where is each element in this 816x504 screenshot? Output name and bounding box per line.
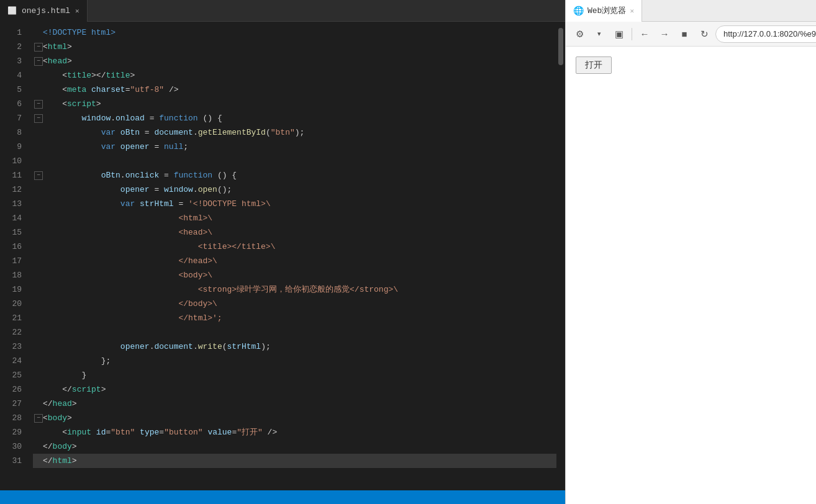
scrollbar-thumb[interactable] — [558, 28, 563, 65]
code-token: <title></title>\ — [198, 240, 276, 254]
line-number: 19 — [0, 282, 22, 297]
line-number: 24 — [0, 354, 22, 368]
code-token: </body>\ — [178, 297, 217, 311]
code-token — [43, 140, 101, 154]
code-token: </html>'; — [178, 311, 222, 325]
line-number: 4 — [0, 68, 22, 83]
browser-toolbar: ⚙ ▾ ▣ ← → ■ ↻ — [566, 22, 816, 47]
code-token: '<!DOCTYPE html>\ — [188, 197, 271, 211]
fold-marker[interactable]: − — [34, 171, 43, 180]
code-area[interactable]: <!DOCTYPE html>−<html>−<head> <title></t… — [28, 22, 556, 504]
code-token: < — [62, 83, 67, 97]
code-token: "button" — [164, 425, 202, 439]
line-number: 20 — [0, 297, 22, 311]
code-token: = — [174, 197, 188, 211]
code-token: ( — [222, 340, 227, 354]
code-token: = — [150, 140, 164, 154]
open-button[interactable]: 打开 — [576, 56, 612, 74]
fold-marker[interactable]: − — [34, 57, 43, 66]
globe-icon: 🌐 — [573, 6, 584, 16]
code-line: <strong>绿叶学习网，给你初恋般的感觉</strong>\ — [33, 282, 556, 297]
code-line: <!DOCTYPE html> — [33, 25, 556, 40]
code-line: −<body> — [33, 411, 556, 425]
code-token: write — [198, 340, 222, 354]
forward-button[interactable]: → — [656, 25, 673, 43]
code-line: </body>\ — [33, 297, 556, 311]
fold-marker[interactable]: − — [34, 100, 43, 109]
code-token: = — [145, 111, 159, 125]
line-number: 8 — [0, 125, 22, 140]
code-token: . — [193, 340, 198, 354]
fold-marker[interactable]: − — [34, 414, 43, 423]
code-token: = — [125, 83, 130, 97]
code-line: − <script> — [33, 97, 556, 111]
code-token: oBtn — [101, 168, 120, 182]
code-token: /> — [263, 425, 277, 439]
code-line: −<html> — [33, 40, 556, 54]
code-token — [135, 197, 140, 211]
code-token: /> — [164, 83, 178, 97]
refresh-button[interactable]: ↻ — [696, 25, 713, 43]
code-line: <meta charset="utf-8" /> — [33, 83, 556, 97]
code-token — [116, 125, 120, 140]
dropdown-icon[interactable]: ▾ — [591, 25, 608, 43]
editor-scrollbar[interactable] — [556, 22, 565, 504]
code-token — [43, 97, 62, 111]
code-token: open — [198, 182, 217, 197]
code-token: . — [120, 168, 125, 182]
code-token: <!DOCTYPE html> — [43, 25, 116, 40]
line-number: 1 — [0, 25, 22, 40]
code-token: <body>\ — [178, 268, 212, 282]
code-line: − oBtn.onclick = function () { — [33, 168, 556, 182]
code-token — [43, 182, 120, 197]
code-token: </ — [43, 397, 53, 411]
code-line: − window.onload = function () { — [33, 111, 556, 125]
line-number: 7 — [0, 111, 22, 125]
browser-tab-label: Web浏览器 — [587, 5, 626, 16]
screenshot-icon[interactable]: ▣ — [610, 25, 628, 43]
code-token: "打开" — [237, 425, 263, 439]
code-token: null — [164, 140, 183, 154]
fold-marker[interactable]: − — [34, 114, 43, 123]
stop-button[interactable]: ■ — [676, 25, 693, 43]
code-token: . — [193, 182, 198, 197]
code-token — [43, 268, 178, 282]
code-token: > — [72, 439, 77, 454]
code-token: </ — [43, 439, 53, 454]
code-line: opener.document.write(strHtml); — [33, 340, 556, 354]
code-token: body — [53, 439, 72, 454]
code-token — [43, 368, 81, 382]
code-token — [43, 425, 62, 439]
code-token: < — [43, 411, 48, 425]
code-line: </script> — [33, 382, 556, 397]
back-button[interactable]: ← — [636, 25, 653, 43]
url-bar[interactable] — [715, 25, 816, 43]
code-token: < — [62, 68, 67, 83]
code-token: script — [67, 97, 96, 111]
line-number: 6 — [0, 97, 22, 111]
code-token: > — [72, 397, 77, 411]
code-token: () { — [198, 111, 222, 125]
code-token — [116, 140, 120, 154]
code-line: </body> — [33, 439, 556, 454]
browser-tab-close-button[interactable]: ✕ — [630, 7, 634, 15]
code-token: opener — [120, 182, 150, 197]
fold-marker[interactable]: − — [34, 43, 43, 52]
editor-tab-onejs[interactable]: ⬜ onejs.html ✕ — [0, 0, 88, 22]
line-number: 2 — [0, 40, 22, 54]
code-token: getElementById — [198, 125, 266, 140]
file-icon: ⬜ — [7, 6, 17, 16]
browser-tab-web[interactable]: 🌐 Web浏览器 ✕ — [566, 0, 642, 22]
line-number: 14 — [0, 211, 22, 225]
code-token — [43, 254, 178, 268]
code-token: script — [72, 382, 101, 397]
code-token: 绿叶学习网，给你初恋般的感觉 — [237, 282, 350, 297]
tab-close-button[interactable]: ✕ — [75, 7, 79, 15]
code-token: head — [53, 397, 72, 411]
code-token: onclick — [125, 168, 160, 182]
settings-icon[interactable]: ⚙ — [571, 25, 588, 43]
code-token: = — [140, 125, 154, 140]
code-token: html — [48, 40, 67, 54]
code-token: "btn" — [271, 125, 295, 140]
code-token: ></ — [91, 68, 106, 83]
